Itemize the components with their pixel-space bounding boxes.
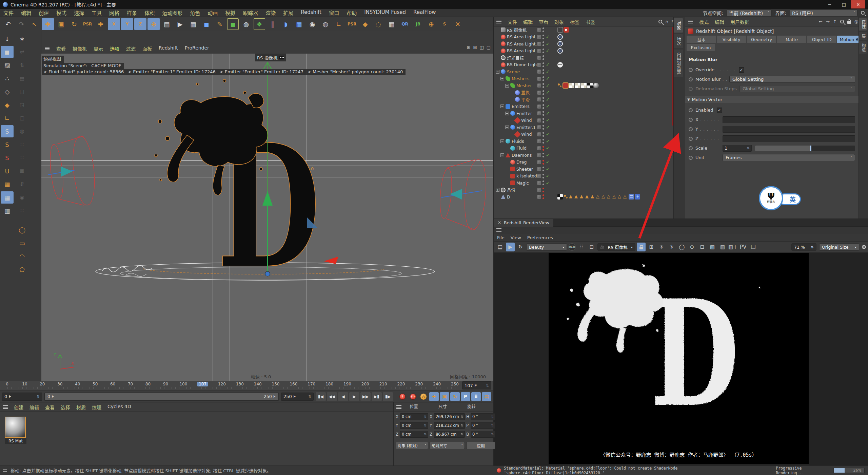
menu-item[interactable]: INSYDIUM Fused (364, 9, 406, 16)
psr-transfer-button[interactable]: PSR (346, 18, 358, 30)
enabled-check-icon[interactable] (546, 159, 551, 165)
attribute-tab[interactable]: 基本 (687, 36, 716, 43)
panel-burger-icon[interactable] (396, 405, 401, 409)
expand-toggle-icon[interactable]: − (500, 104, 504, 108)
enabled-check-icon[interactable] (546, 48, 551, 53)
timeline-tick[interactable]: 140 (254, 382, 262, 386)
lock-workplane-button[interactable]: ▦ (1, 191, 14, 204)
object-row[interactable]: RS Area Light (494, 48, 673, 55)
object-row[interactable]: − Fluids (494, 138, 673, 145)
object-name[interactable]: Drag (516, 159, 527, 165)
position-field[interactable]: 0 cm⇅ (400, 422, 428, 429)
menu-item[interactable]: 样条 (127, 9, 137, 16)
viewport-menu-item[interactable]: 过滤 (126, 45, 136, 52)
rgb-channel-icon[interactable]: RGB (568, 243, 576, 251)
layer-chip-icon[interactable] (537, 139, 541, 143)
workplane-rotate-button[interactable]: ▦ (1, 205, 14, 217)
object-row[interactable]: Magic (494, 179, 673, 187)
pane-layout-icon[interactable]: ▢ (487, 45, 491, 50)
trio-tag-icon[interactable] (601, 194, 606, 200)
om-menu-item[interactable]: 编辑 (523, 18, 533, 25)
trio-tag-icon[interactable] (618, 194, 623, 200)
viewport-menu-item[interactable]: 选项 (110, 45, 119, 52)
menu-item[interactable]: 扩展 (283, 9, 293, 16)
bucket-render-button[interactable]: ⊞ (647, 243, 656, 251)
enabled-check-icon[interactable] (546, 69, 551, 74)
trio-tag-icon[interactable] (612, 194, 617, 200)
expand-toggle-icon[interactable]: − (505, 126, 509, 129)
object-name[interactable]: D (507, 194, 510, 200)
object-row[interactable]: − Meshers (494, 75, 673, 82)
range-start-field[interactable]: 0 F⇅ (2, 393, 42, 401)
object-row[interactable]: RS 摄像机 (494, 26, 673, 34)
visibility-dots-icon[interactable] (542, 69, 545, 74)
am-side-tab[interactable]: 层 (859, 32, 867, 40)
field-button[interactable]: ◌ (372, 18, 384, 30)
error-indicator-icon[interactable] (497, 468, 501, 473)
trio-tag-icon[interactable] (623, 194, 628, 200)
tag-strip[interactable] (557, 62, 563, 68)
object-row[interactable]: 平滑 (494, 96, 673, 103)
layer-chip-icon[interactable] (537, 28, 541, 32)
menu-item[interactable]: 网格 (109, 9, 119, 16)
slider-handle[interactable] (810, 146, 811, 151)
material-menu-item[interactable]: 材质 (76, 404, 86, 411)
xp-align-icon[interactable]: ⇅ (16, 59, 28, 71)
xp-grid-icon[interactable]: ∷ (16, 152, 28, 164)
object-name[interactable]: RS Area Light.2 (507, 34, 539, 39)
layer-chip-icon[interactable] (537, 56, 541, 60)
live-selection-button[interactable]: ↖ (28, 18, 41, 30)
expand-toggle-icon[interactable]: − (500, 153, 504, 157)
enabled-check-icon[interactable] (546, 104, 551, 109)
array-generator-button[interactable]: ❖ (253, 18, 265, 30)
perspective-viewport[interactable]: 查看摄像机显示选项过滤面板RedshiftProRender ⊞⊟◫▢ (41, 31, 493, 381)
aov-select[interactable]: Beauty▾ (526, 243, 567, 251)
trif-tag-icon[interactable] (574, 194, 579, 200)
trif-tag-icon[interactable] (591, 194, 595, 200)
material-item[interactable]: RS Mat (5, 417, 26, 444)
layer-chip-icon[interactable] (537, 118, 541, 122)
wand-tag-icon[interactable] (635, 194, 640, 200)
parent-object-icon[interactable]: ↑ (833, 19, 837, 24)
node-space-select[interactable]: 当前 (Redshift)˅ (727, 10, 772, 16)
material-menu-item[interactable]: 编辑 (29, 404, 39, 411)
enabled-check-icon[interactable] (546, 90, 551, 95)
material-menu-item[interactable]: 查看 (45, 404, 55, 411)
expand-toggle-icon[interactable]: − (500, 139, 504, 143)
viewport-burger-icon[interactable] (45, 47, 50, 50)
timeline-tick[interactable]: 210 (379, 382, 387, 386)
zoom-field[interactable]: 71 %⇅ (791, 243, 816, 251)
object-row[interactable]: − Scene (494, 68, 673, 75)
am-menu-item[interactable]: 模式 (699, 18, 709, 25)
interface-select[interactable]: RS (用户)˅ (790, 10, 857, 16)
snapshot-button[interactable]: ▤ (496, 243, 505, 251)
uvw-tag-icon[interactable] (581, 83, 587, 88)
motion-blur-select[interactable]: Global Setting˅ (729, 76, 855, 83)
circle-region-button[interactable]: ◯ (677, 243, 686, 251)
menu-item[interactable]: 模拟 (225, 9, 235, 16)
am-side-tab[interactable]: 属性 (859, 18, 867, 31)
visibility-dots-icon[interactable] (542, 104, 545, 109)
visibility-dots-icon[interactable] (542, 167, 545, 171)
pane-layout-icon[interactable]: ⊞ (467, 45, 471, 50)
visibility-dots-icon[interactable] (542, 49, 545, 53)
tool-settings-button[interactable]: ∗ (16, 33, 28, 45)
object-row[interactable]: Fluid (494, 145, 673, 152)
z-field[interactable] (723, 135, 855, 142)
timeline-tick[interactable]: 20 (39, 382, 46, 386)
uvw-tag-icon[interactable] (575, 83, 580, 88)
layer-chip-icon[interactable] (537, 195, 541, 199)
xp-grid2-icon[interactable]: ∷ (16, 205, 28, 217)
om-search-icon[interactable] (658, 20, 662, 23)
viewport-menu-item[interactable]: 面板 (142, 45, 152, 52)
viewport-menu-item[interactable]: ProRender (185, 45, 209, 52)
timeline-tick[interactable]: 230 (415, 382, 423, 386)
region-render-button[interactable]: ⊡ (698, 243, 707, 251)
attribute-tab[interactable]: Visibility (717, 36, 746, 43)
psr-cycle-button[interactable]: PSR (81, 18, 94, 30)
enabled-check-icon[interactable] (546, 153, 551, 158)
copy-image-button[interactable]: ❏ (749, 243, 758, 251)
start-ipr-button[interactable]: ▶ (506, 243, 515, 251)
enabled-check-icon[interactable] (546, 139, 551, 144)
am-search-icon[interactable] (840, 20, 844, 23)
